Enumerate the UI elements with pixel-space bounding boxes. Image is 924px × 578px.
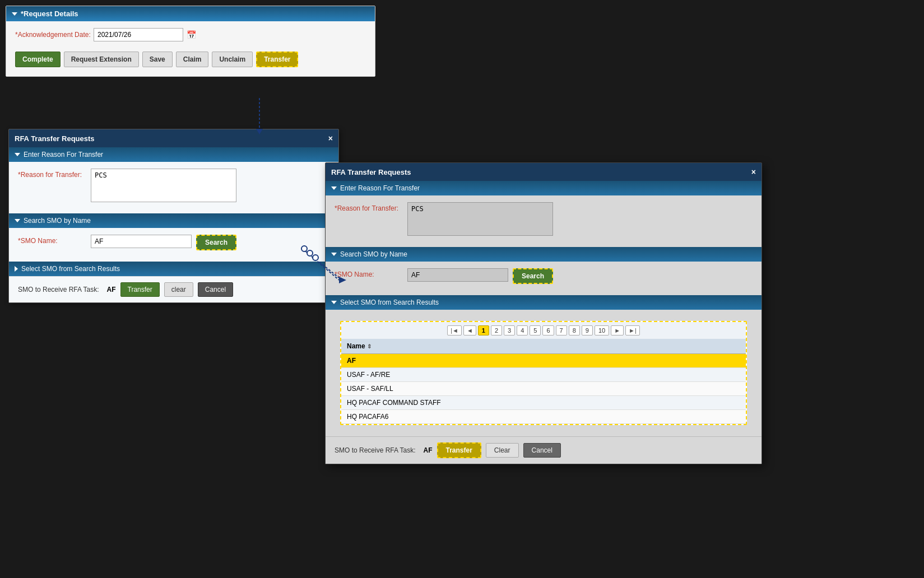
modal-1-reason-title: Enter Reason For Transfer bbox=[24, 151, 103, 159]
modal-1-reason-header: Enter Reason For Transfer bbox=[9, 147, 338, 162]
table-row[interactable]: USAF - SAF/LL bbox=[341, 382, 746, 396]
claim-button[interactable]: Claim bbox=[176, 52, 209, 67]
modal-1-search-body: *SMO Name: Search bbox=[9, 228, 338, 262]
reason-label: *Reason for Transfer: bbox=[18, 169, 91, 179]
modal-1-title: RFA Transfer Requests bbox=[15, 134, 95, 143]
page-5-btn[interactable]: 5 bbox=[530, 325, 541, 335]
reason-collapse-icon bbox=[15, 153, 20, 156]
search-button-modal1[interactable]: Search bbox=[196, 235, 236, 250]
collapse-icon bbox=[12, 12, 17, 16]
m2-smo-receive-value: AF bbox=[424, 446, 433, 454]
results-table-wrapper: |◄ ◄ 1 2 3 4 5 6 7 8 9 10 ► ►| bbox=[340, 321, 747, 425]
modal-1-titlebar: RFA Transfer Requests × bbox=[9, 129, 338, 147]
page-next-btn[interactable]: ► bbox=[611, 325, 624, 335]
modal-2-close[interactable]: × bbox=[751, 167, 756, 176]
modal-1-select-header: Select SMO from Search Results bbox=[9, 262, 338, 276]
ack-date-input[interactable] bbox=[94, 28, 183, 41]
modal-1-reason-body: *Reason for Transfer: PCS bbox=[9, 162, 338, 213]
table-row[interactable]: USAF - AF/RE bbox=[341, 368, 746, 382]
page-last-btn[interactable]: ►| bbox=[625, 325, 640, 335]
m2-reason-textarea[interactable]: PCS bbox=[407, 202, 553, 236]
modal-2-title: RFA Transfer Requests bbox=[331, 168, 411, 176]
sort-icon: ⇕ bbox=[367, 343, 372, 349]
m2-smo-receive-label: SMO to Receive RFA Task: bbox=[335, 446, 416, 454]
smo-receive-value: AF bbox=[107, 286, 116, 293]
cancel-button-modal2[interactable]: Cancel bbox=[523, 443, 561, 458]
modal-2-search-header: Search SMO by Name bbox=[326, 247, 762, 262]
m2-select-collapse-icon bbox=[331, 301, 337, 304]
smo-receive-label: SMO to Receive RFA Task: bbox=[18, 286, 99, 293]
page-6-btn[interactable]: 6 bbox=[542, 325, 554, 335]
table-row[interactable]: AF bbox=[341, 354, 746, 368]
m2-smo-name-label: *SMO Name: bbox=[335, 268, 407, 278]
page-9-btn[interactable]: 9 bbox=[582, 325, 593, 335]
clear-button-modal1[interactable]: clear bbox=[164, 282, 193, 297]
top-panel: *Request Details *Acknowledgement Date: … bbox=[6, 6, 375, 77]
top-panel-header: *Request Details bbox=[6, 6, 375, 21]
clear-button-modal2[interactable]: Clear bbox=[486, 443, 519, 458]
modal-2-reason-title: Enter Reason For Transfer bbox=[340, 184, 420, 192]
modal-1-bottom: SMO to Receive RFA Task: AF Transfer cle… bbox=[9, 276, 338, 302]
results-table: Name ⇕ AFUSAF - AF/REUSAF - SAF/LLHQ PAC… bbox=[341, 339, 746, 424]
select-expand-icon bbox=[15, 266, 18, 272]
modal-2-bottom: SMO to Receive RFA Task: AF Transfer Cle… bbox=[326, 436, 762, 464]
table-row[interactable]: HQ PACAFA6 bbox=[341, 410, 746, 424]
modal-2-select-title: Select SMO from Search Results bbox=[340, 299, 439, 306]
smo-name-label: *SMO Name: bbox=[18, 235, 91, 245]
modal-2-select-body: |◄ ◄ 1 2 3 4 5 6 7 8 9 10 ► ►| bbox=[326, 310, 762, 436]
top-panel-body: *Acknowledgement Date: 📅 Complete Reques… bbox=[6, 21, 375, 76]
reason-textarea[interactable]: PCS bbox=[91, 169, 236, 202]
m2-search-collapse-icon bbox=[331, 253, 337, 256]
page-2-btn[interactable]: 2 bbox=[491, 325, 502, 335]
m2-reason-label: *Reason for Transfer: bbox=[335, 202, 407, 212]
search-button-modal2[interactable]: Search bbox=[513, 268, 553, 284]
ack-date-label: *Acknowledgement Date: bbox=[15, 31, 94, 39]
unclaim-button[interactable]: Unclaim bbox=[212, 52, 253, 67]
modal-1-close[interactable]: × bbox=[328, 134, 333, 143]
modal-2-search-body: *SMO Name: Search bbox=[326, 262, 762, 295]
modal-1-select-title: Select SMO from Search Results bbox=[21, 265, 120, 273]
modal-2-reason-header: Enter Reason For Transfer bbox=[326, 181, 762, 195]
smo-name-row: *SMO Name: Search bbox=[18, 235, 329, 250]
smo-name-input[interactable] bbox=[91, 235, 192, 248]
calendar-icon[interactable]: 📅 bbox=[187, 30, 196, 39]
transfer-button-modal1[interactable]: Transfer bbox=[120, 282, 160, 297]
top-button-row: Complete Request Extension Save Claim Un… bbox=[15, 47, 366, 69]
modal-2-reason-body: *Reason for Transfer: PCS bbox=[326, 195, 762, 247]
modal-1-search-title: Search SMO by Name bbox=[24, 217, 91, 225]
page-3-btn[interactable]: 3 bbox=[504, 325, 515, 335]
transfer-button-modal2[interactable]: Transfer bbox=[437, 442, 481, 458]
page-8-btn[interactable]: 8 bbox=[569, 325, 580, 335]
complete-button[interactable]: Complete bbox=[15, 52, 61, 67]
m2-reason-row: *Reason for Transfer: PCS bbox=[335, 202, 753, 236]
ack-date-row: *Acknowledgement Date: 📅 bbox=[15, 28, 366, 41]
top-panel-title: *Request Details bbox=[21, 10, 78, 18]
page-10-btn[interactable]: 10 bbox=[595, 325, 609, 335]
page-prev-btn[interactable]: ◄ bbox=[463, 325, 476, 335]
modal-2: RFA Transfer Requests × Enter Reason For… bbox=[325, 162, 762, 464]
modal-1: RFA Transfer Requests × Enter Reason For… bbox=[8, 129, 339, 303]
request-extension-button[interactable]: Request Extension bbox=[64, 52, 139, 67]
search-collapse-icon bbox=[15, 219, 20, 222]
table-row[interactable]: HQ PACAF COMMAND STAFF bbox=[341, 396, 746, 410]
m2-smo-name-row: *SMO Name: Search bbox=[335, 268, 753, 284]
modal-2-search-title: Search SMO by Name bbox=[340, 250, 407, 258]
page-4-btn[interactable]: 4 bbox=[517, 325, 528, 335]
reason-row: *Reason for Transfer: PCS bbox=[18, 169, 329, 202]
page-7-btn[interactable]: 7 bbox=[556, 325, 567, 335]
col-name-header[interactable]: Name ⇕ bbox=[341, 339, 746, 354]
modal-1-search-header: Search SMO by Name bbox=[9, 213, 338, 228]
modal-2-select-header: Select SMO from Search Results bbox=[326, 295, 762, 310]
page-1-btn[interactable]: 1 bbox=[478, 325, 489, 335]
m2-smo-name-input[interactable] bbox=[407, 268, 508, 282]
cancel-button-modal1[interactable]: Cancel bbox=[198, 282, 233, 297]
transfer-button-top[interactable]: Transfer bbox=[256, 52, 298, 67]
page-first-btn[interactable]: |◄ bbox=[447, 325, 462, 335]
save-button[interactable]: Save bbox=[142, 52, 173, 67]
pagination-bar: |◄ ◄ 1 2 3 4 5 6 7 8 9 10 ► ►| bbox=[341, 322, 746, 339]
m2-reason-collapse-icon bbox=[331, 187, 337, 190]
modal-2-titlebar: RFA Transfer Requests × bbox=[326, 163, 762, 181]
